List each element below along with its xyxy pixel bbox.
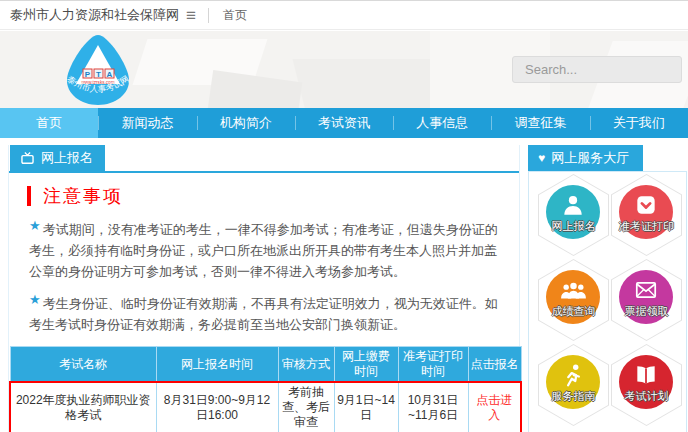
table-header-row: 考试名称 网上报名时间 审核方式 网上缴费时间 准考证打印时间 点击报名 (10, 347, 521, 383)
nav-item-news[interactable]: 新闻动态 (98, 108, 196, 138)
column-header: 准考证打印时间 (398, 347, 468, 383)
notice-paragraph: ★考试期间，没有准考证的考生，一律不得参加考试；有准考证，但遗失身份证的考生，必… (29, 219, 509, 282)
nav-item-exam-info[interactable]: 考试资讯 (295, 108, 393, 138)
star-bullet-icon: ★ (29, 218, 41, 233)
service-label: 服务指南 (534, 389, 613, 404)
service-guide[interactable]: 服务指南 (538, 344, 609, 426)
service-label: 考试计划 (607, 389, 686, 404)
panel-body: 注意事项 ★考试期间，没有准考证的考生，一律不得参加考试；有准考证，但遗失身份证… (9, 173, 519, 432)
service-receipt-collection[interactable]: 票据领取 (611, 259, 682, 341)
notice-paragraph: ★考生身份证、临时身份证有效期满，不再具有法定证明效力，视为无效证件。如考生考试… (29, 293, 509, 335)
person-icon (560, 192, 586, 218)
open-book-icon (633, 362, 659, 388)
column-header: 网上缴费时间 (334, 347, 398, 383)
logo-letters: P T A (83, 69, 114, 79)
online-registration-panel: 网上报名 注意事项 ★考试期间，没有准考证的考生，一律不得参加考试；有准考证，但… (8, 145, 520, 432)
review-cell: 考前抽查、考后审查 (278, 382, 334, 432)
signup-time-cell: 8月31日9:00~9月12日16:00 (156, 382, 278, 432)
column-header: 审核方式 (278, 347, 334, 383)
running-person-icon (560, 362, 586, 388)
site-logo[interactable]: P T A www.tzrsks.com 泰州市人事考试网 (54, 32, 142, 108)
notice-paragraph-text: 考试期间，没有准考证的考生，一律不得参加考试；有准考证，但遗失身份证的考生，必须… (29, 222, 498, 279)
column-header: 点击报名 (468, 347, 521, 383)
section-tab-service-hall: ♥ 网上服务大厅 (528, 145, 643, 171)
header-decor-shape (208, 70, 303, 108)
star-bullet-icon: ★ (29, 292, 41, 307)
table-row-pharmacist-exam: 2022年度执业药师职业资格考试 8月31日9:00~9月12日16:00 考前… (10, 382, 521, 432)
search-box (512, 56, 682, 83)
service-label: 网上报名 (534, 219, 613, 234)
exam-table: 考试名称 网上报名时间 审核方式 网上缴费时间 准考证打印时间 点击报名 202… (9, 346, 522, 432)
section-tab-label: 网上报名 (41, 149, 93, 167)
pay-time-cell: 9月1日~14日 (334, 382, 398, 432)
section-tab-online-registration: 网上报名 (10, 145, 105, 171)
notice-title-text: 注意事项 (43, 184, 123, 208)
notice-title: 注意事项 (27, 184, 519, 208)
column-header: 网上报名时间 (156, 347, 278, 383)
topbar-home-link[interactable]: 首页 (223, 7, 247, 24)
service-score-query[interactable]: 成绩查询 (538, 259, 609, 341)
tv-icon (20, 151, 35, 165)
svg-text:T: T (96, 70, 101, 79)
service-label: 成绩查询 (534, 304, 613, 319)
nav-item-hr-info[interactable]: 人事信息 (393, 108, 491, 138)
enter-cell: 点击进入 (468, 382, 521, 432)
header: P T A www.tzrsks.com 泰州市人事考试网 (0, 31, 688, 108)
column-header: 考试名称 (10, 347, 156, 383)
service-admit-card-print[interactable]: 准考证打印 (611, 174, 682, 256)
main-nav: 首页 新闻动态 机构简介 考试资讯 人事信息 调查征集 关于我们 (0, 108, 688, 138)
enter-link[interactable]: 点击进入 (476, 393, 512, 422)
group-icon (560, 277, 587, 304)
print-time-cell: 10月31日~11月6日 (398, 382, 468, 432)
service-hall-sidebar: ♥ 网上服务大厅 网上报名 (528, 145, 687, 432)
red-bar (27, 186, 31, 206)
search-input[interactable] (513, 62, 688, 77)
section-tab-label: 网上服务大厅 (551, 149, 629, 167)
site-title: 泰州市人力资源和社会保障网 (10, 6, 179, 24)
page: 泰州市人力资源和社会保障网 ≡ 首页 P T A www.tzr (0, 0, 688, 432)
svg-text:P: P (85, 70, 91, 79)
admit-print-icon (633, 192, 659, 218)
topbar-divider (208, 8, 209, 23)
top-bar: 泰州市人力资源和社会保障网 ≡ 首页 (0, 0, 688, 30)
svg-text:A: A (107, 70, 113, 79)
nav-item-about-us[interactable]: 关于我们 (590, 108, 688, 138)
service-exam-plan[interactable]: 考试计划 (611, 344, 682, 426)
envelope-icon (633, 277, 659, 303)
heart-icon: ♥ (538, 152, 545, 164)
service-online-registration[interactable]: 网上报名 (538, 174, 609, 256)
nav-item-survey[interactable]: 调查征集 (491, 108, 589, 138)
service-grid: 网上报名 准考证打印 (528, 171, 687, 432)
hamburger-menu-icon[interactable]: ≡ (186, 7, 196, 24)
exam-name-cell: 2022年度执业药师职业资格考试 (10, 382, 156, 432)
nav-item-home[interactable]: 首页 (0, 108, 98, 138)
nav-item-about-org[interactable]: 机构简介 (197, 108, 295, 138)
service-label: 准考证打印 (607, 219, 686, 234)
notice-paragraph-text: 考生身份证、临时身份证有效期满，不再具有法定证明效力，视为无效证件。如考生考试时… (29, 296, 498, 332)
service-label: 票据领取 (607, 304, 686, 319)
